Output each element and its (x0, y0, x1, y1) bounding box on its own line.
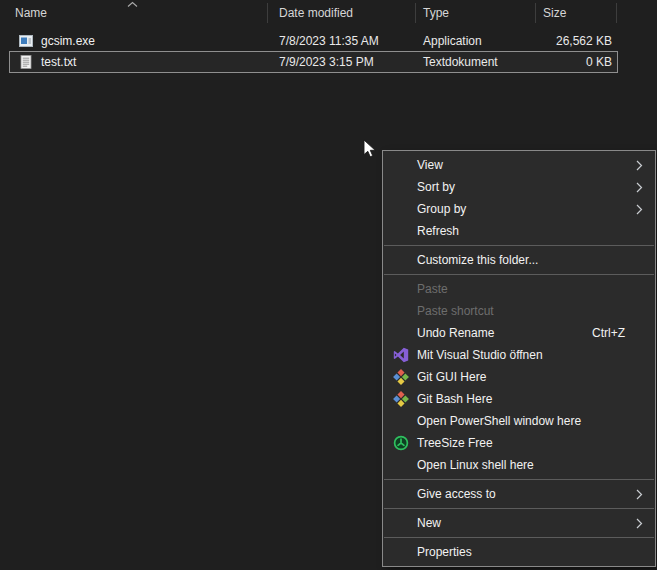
file-name: gcsim.exe (41, 34, 95, 48)
menu-item-new[interactable]: New (383, 512, 655, 534)
file-size: 26,562 KB (536, 34, 617, 48)
menu-separator (384, 508, 654, 509)
menu-item-git-bash-here[interactable]: Git Bash Here (383, 388, 655, 410)
menu-item-customize-folder[interactable]: Customize this folder... (383, 249, 655, 271)
menu-separator (384, 537, 654, 538)
menu-item-properties[interactable]: Properties (383, 541, 655, 563)
menu-item-undo-rename[interactable]: Undo Rename Ctrl+Z (383, 322, 655, 344)
menu-item-open-linux-shell[interactable]: Open Linux shell here (383, 454, 655, 476)
text-file-icon (18, 54, 34, 70)
menu-separator (384, 479, 654, 480)
column-header-type[interactable]: Type (416, 3, 536, 23)
menu-item-paste-shortcut: Paste shortcut (383, 300, 655, 322)
menu-item-view[interactable]: View (383, 154, 655, 176)
application-icon (18, 33, 34, 49)
file-row-gcsim[interactable]: gcsim.exe 7/8/2023 11:35 AM Application … (0, 30, 657, 51)
menu-item-open-visual-studio[interactable]: Mit Visual Studio öffnen (383, 344, 655, 366)
menu-item-group-by[interactable]: Group by (383, 198, 655, 220)
submenu-arrow-icon (636, 518, 644, 529)
column-header-size[interactable]: Size (536, 3, 617, 23)
file-name: test.txt (41, 55, 76, 69)
treesize-icon (383, 435, 417, 451)
mouse-cursor-icon (363, 139, 377, 159)
menu-item-open-powershell[interactable]: Open PowerShell window here (383, 410, 655, 432)
menu-separator (384, 245, 654, 246)
submenu-arrow-icon (636, 160, 644, 171)
file-list: gcsim.exe 7/8/2023 11:35 AM Application … (0, 30, 657, 73)
file-row-test-txt[interactable]: test.txt 7/9/2023 3:15 PM Textdokument 0… (0, 51, 657, 73)
column-header-size-label: Size (543, 6, 566, 20)
submenu-arrow-icon (636, 182, 644, 193)
file-date-modified: 7/9/2023 3:15 PM (268, 55, 416, 69)
visual-studio-icon (383, 347, 417, 363)
menu-item-git-gui-here[interactable]: Git GUI Here (383, 366, 655, 388)
menu-item-refresh[interactable]: Refresh (383, 220, 655, 242)
git-icon (383, 391, 417, 407)
submenu-arrow-icon (636, 204, 644, 215)
file-date-modified: 7/8/2023 11:35 AM (268, 34, 416, 48)
menu-item-give-access-to[interactable]: Give access to (383, 483, 655, 505)
file-type: Application (416, 34, 536, 48)
sort-ascending-icon[interactable] (127, 1, 138, 8)
file-size: 0 KB (536, 55, 617, 69)
column-header-name-label: Name (15, 6, 47, 20)
submenu-arrow-icon (636, 489, 644, 500)
keyboard-shortcut: Ctrl+Z (592, 326, 625, 340)
menu-separator (384, 274, 654, 275)
context-menu: View Sort by Group by Refresh Customize … (382, 150, 656, 567)
menu-item-paste: Paste (383, 278, 655, 300)
column-header-date-modified-label: Date modified (279, 6, 353, 20)
git-icon (383, 369, 417, 385)
column-header-row: Name Date modified Type Size (0, 0, 657, 26)
column-header-type-label: Type (423, 6, 449, 20)
file-type: Textdokument (416, 55, 536, 69)
menu-item-sort-by[interactable]: Sort by (383, 176, 655, 198)
column-header-date-modified[interactable]: Date modified (268, 3, 416, 23)
menu-item-treesize-free[interactable]: TreeSize Free (383, 432, 655, 454)
